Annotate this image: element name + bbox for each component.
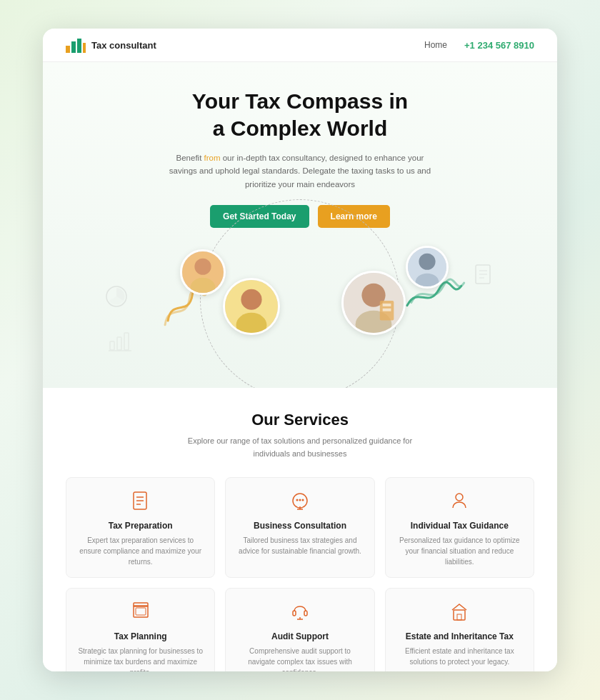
nav-right: Home +1 234 567 8910 (424, 40, 534, 51)
service-card-tax-planning: Tax Planning Strategic tax planning for … (66, 588, 215, 671)
avatar-1 (180, 249, 226, 295)
svg-rect-11 (124, 333, 129, 350)
service-card-audit-support: Audit Support Comprehensive audit suppor… (225, 588, 374, 671)
service-desc-individual-tax: Personalized tax guidance to optimize yo… (396, 535, 524, 567)
svg-point-35 (301, 499, 304, 501)
avatar-4 (406, 246, 449, 289)
browser-window: Tax consultant Home +1 234 567 8910 Your… (43, 29, 557, 671)
services-grid: Tax Preparation Expert tax preparation s… (66, 477, 534, 671)
svg-point-34 (299, 499, 301, 501)
hero-visuals (66, 242, 534, 371)
service-name-business-consultation: Business Consultation (236, 521, 364, 531)
audit-support-icon (236, 601, 364, 626)
svg-rect-9 (110, 341, 114, 350)
svg-rect-38 (136, 608, 146, 615)
service-name-estate-tax: Estate and Inheritance Tax (396, 631, 524, 641)
nav-phone: +1 234 567 8910 (464, 40, 534, 51)
deco-document-icon (474, 264, 495, 291)
svg-rect-23 (383, 304, 391, 306)
svg-point-17 (241, 289, 261, 310)
estate-tax-icon (396, 601, 524, 626)
avatar-2 (223, 278, 280, 335)
nav-brand-text: Tax consultant (91, 40, 156, 51)
svg-rect-39 (134, 603, 148, 606)
hero-title: Your Tax Compass in a Complex World (66, 88, 534, 141)
services-desc: Explore our range of tax solutions and p… (179, 435, 421, 460)
deco-bar-icon (109, 331, 131, 356)
deco-chart-icon (105, 285, 128, 313)
svg-rect-3 (83, 43, 86, 53)
service-desc-audit-support: Comprehensive audit support to navigate … (236, 646, 364, 671)
service-name-individual-tax: Individual Tax Guidance (396, 521, 524, 531)
hero-section: Your Tax Compass in a Complex World Bene… (43, 62, 557, 388)
service-name-audit-support: Audit Support (236, 631, 364, 641)
navbar: Tax consultant Home +1 234 567 8910 (43, 29, 557, 62)
service-desc-business-consultation: Tailored business tax strategies and adv… (236, 535, 364, 556)
svg-rect-1 (71, 41, 76, 53)
service-desc-estate-tax: Efficient estate and inheritance tax sol… (396, 646, 524, 667)
tax-preparation-icon (76, 491, 204, 515)
service-desc-tax-planning: Strategic tax planning for businesses to… (76, 646, 204, 671)
services-title: Our Services (66, 411, 534, 429)
tax-planning-icon (76, 601, 204, 626)
avatar-3 (341, 271, 406, 335)
service-card-business-consultation: Business Consultation Tailored business … (225, 477, 374, 578)
svg-rect-10 (117, 337, 121, 350)
svg-rect-44 (454, 610, 465, 620)
hero-subtitle: Benefit from our in-depth tax consultanc… (164, 151, 436, 191)
svg-point-14 (194, 259, 211, 275)
individual-tax-icon (396, 491, 524, 515)
svg-rect-41 (304, 611, 307, 616)
svg-rect-24 (383, 309, 391, 311)
logo-icon (66, 37, 86, 53)
svg-point-26 (419, 254, 435, 270)
service-name-tax-preparation: Tax Preparation (76, 521, 204, 531)
services-section: Our Services Explore our range of tax so… (43, 388, 557, 671)
nav-home-link[interactable]: Home (424, 40, 447, 50)
logo-container: Tax consultant (66, 37, 156, 53)
svg-point-33 (296, 499, 298, 501)
service-card-estate-tax: Estate and Inheritance Tax Efficient est… (385, 588, 534, 671)
service-card-individual-tax: Individual Tax Guidance Personalized tax… (385, 477, 534, 578)
service-card-tax-preparation: Tax Preparation Expert tax preparation s… (66, 477, 215, 578)
svg-rect-45 (457, 614, 461, 620)
svg-rect-0 (66, 46, 70, 53)
business-consultation-icon (236, 491, 364, 515)
service-name-tax-planning: Tax Planning (76, 631, 204, 641)
svg-rect-2 (77, 39, 81, 53)
svg-rect-40 (293, 611, 296, 616)
svg-point-36 (456, 494, 463, 501)
service-desc-tax-preparation: Expert tax preparation services to ensur… (76, 535, 204, 567)
